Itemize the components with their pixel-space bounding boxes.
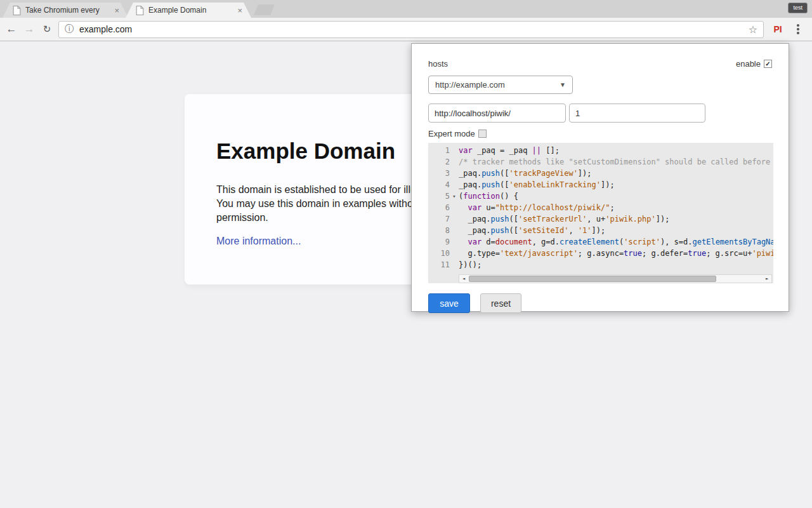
checkmark-icon: ✓ <box>765 60 770 67</box>
host-select[interactable]: http://example.com ▼ <box>428 76 573 94</box>
save-button[interactable]: save <box>428 293 470 313</box>
code-line: 11})(); <box>428 259 773 271</box>
code-text: var d=document, g=d.createElement('scrip… <box>459 236 773 248</box>
reset-button[interactable]: reset <box>480 293 521 313</box>
browser-toolbar: ← → ↻ ⓘ example.com ☆ PI <box>0 18 812 41</box>
url-text: example.com <box>79 24 749 34</box>
line-number: 10 <box>428 248 450 259</box>
line-number: 8 <box>428 225 450 236</box>
forward-icon[interactable]: → <box>20 23 38 36</box>
code-editor-lines: 1var _paq = _paq || [];2/* tracker metho… <box>428 145 773 271</box>
address-bar[interactable]: ⓘ example.com ☆ <box>58 21 764 38</box>
code-line: 8 _paq.push(['setSiteId', '1']); <box>428 225 773 236</box>
code-text: var _paq = _paq || []; <box>459 145 773 156</box>
test-badge: test <box>788 3 808 13</box>
code-text: var u="http://localhost/piwik/"; <box>459 202 773 213</box>
scroll-left-icon[interactable]: ◄ <box>459 275 468 283</box>
code-line: 3_paq.push(['trackPageView']); <box>428 168 773 179</box>
piwik-extension-icon[interactable]: PI <box>769 24 787 34</box>
code-line: 4_paq.push(['enableLinkTracking']); <box>428 179 773 190</box>
enable-label: enable <box>736 59 761 69</box>
code-text: /* tracker methods like "setCustomDimens… <box>459 156 773 168</box>
code-line: 9 var d=document, g=d.createElement('scr… <box>428 236 773 248</box>
code-text: _paq.push(['setTrackerUrl', u+'piwik.php… <box>459 213 773 225</box>
line-number: 7 <box>428 213 450 225</box>
scroll-right-icon[interactable]: ► <box>763 275 771 283</box>
code-line: 5▾(function() { <box>428 190 773 202</box>
menu-icon[interactable] <box>790 24 806 34</box>
tab-take-chromium[interactable]: Take Chromium every × <box>3 3 128 18</box>
line-number: 4 <box>428 179 450 190</box>
tab-strip: Take Chromium every × Example Domain × t… <box>0 0 812 18</box>
line-number: 3 <box>428 168 450 179</box>
fold-gutter <box>450 248 459 259</box>
fold-gutter <box>450 179 459 190</box>
enable-checkbox[interactable]: ✓ <box>764 60 772 68</box>
fold-gutter <box>450 156 459 168</box>
code-line: 7 _paq.push(['setTrackerUrl', u+'piwik.p… <box>428 213 773 225</box>
code-line: 2/* tracker methods like "setCustomDimen… <box>428 156 773 168</box>
code-line: 1var _paq = _paq || []; <box>428 145 773 156</box>
fold-arrow-icon[interactable]: ▾ <box>450 190 459 202</box>
code-text: g.type='text/javascript'; g.async=true; … <box>459 248 773 259</box>
reload-icon[interactable]: ↻ <box>38 23 56 35</box>
fold-gutter <box>450 236 459 248</box>
line-number: 9 <box>428 236 450 248</box>
page-favicon-icon <box>136 6 144 15</box>
close-tab-icon[interactable]: × <box>237 6 242 15</box>
code-line: 10 g.type='text/javascript'; g.async=tru… <box>428 248 773 259</box>
line-number: 5 <box>428 190 450 202</box>
close-tab-icon[interactable]: × <box>114 6 119 15</box>
tab-title: Example Domain <box>148 6 233 15</box>
code-editor[interactable]: 1var _paq = _paq || [];2/* tracker metho… <box>428 143 773 283</box>
tab-title: Take Chromium every <box>25 6 110 15</box>
expert-mode-checkbox[interactable] <box>478 130 487 138</box>
back-icon[interactable]: ← <box>3 23 20 36</box>
horizontal-scrollbar[interactable]: ◄ ► <box>459 274 772 283</box>
fold-gutter <box>450 145 459 156</box>
code-text: (function() { <box>459 190 773 202</box>
line-number: 6 <box>428 202 450 213</box>
page-favicon-icon <box>13 6 21 15</box>
code-text: _paq.push(['enableLinkTracking']); <box>459 179 773 190</box>
tracker-url-input[interactable] <box>428 104 566 123</box>
scrollbar-track[interactable] <box>468 275 763 283</box>
code-line: 6 var u="http://localhost/piwik/"; <box>428 202 773 213</box>
bookmark-star-icon[interactable]: ☆ <box>749 23 757 36</box>
fold-gutter <box>450 259 459 271</box>
expert-mode-label: Expert mode <box>428 129 475 138</box>
site-id-input[interactable] <box>569 104 705 123</box>
fold-gutter <box>450 213 459 225</box>
code-text: _paq.push(['trackPageView']); <box>459 168 773 179</box>
host-select-value: http://example.com <box>435 80 505 90</box>
line-number: 2 <box>428 156 450 168</box>
tab-example-domain[interactable]: Example Domain × <box>126 3 251 18</box>
fold-gutter <box>450 202 459 213</box>
line-number: 1 <box>428 145 450 156</box>
hosts-label: hosts <box>428 59 448 69</box>
scrollbar-thumb[interactable] <box>469 276 716 282</box>
line-number: 11 <box>428 259 450 271</box>
site-info-icon[interactable]: ⓘ <box>65 23 74 35</box>
new-tab-button[interactable] <box>254 4 275 15</box>
code-text: _paq.push(['setSiteId', '1']); <box>459 225 773 236</box>
more-information-link[interactable]: More information... <box>216 236 301 247</box>
fold-gutter <box>450 168 459 179</box>
fold-gutter <box>450 225 459 236</box>
code-text: })(); <box>459 259 773 271</box>
chevron-down-icon: ▼ <box>560 81 566 88</box>
extension-popup: hosts enable ✓ http://example.com ▼ Expe… <box>411 43 789 312</box>
